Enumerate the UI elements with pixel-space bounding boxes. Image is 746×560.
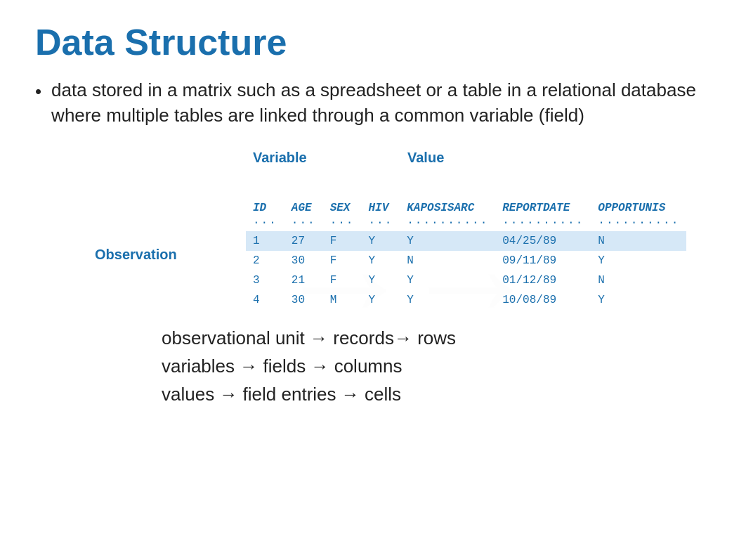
cell-hiv: Y	[361, 271, 400, 290]
cell-sex: F	[323, 231, 362, 251]
cell-kaposisarc: Y	[400, 271, 495, 290]
col-header-opportunis: OPPORTUNIS	[591, 199, 686, 214]
dots-age: ...	[284, 214, 323, 231]
bottom-line-2: values → field entries → cells	[162, 380, 711, 408]
cell-kaposisarc: N	[400, 251, 495, 271]
observation-label: Observation	[95, 247, 177, 263]
bullet-text: data stored in a matrix such as a spread…	[51, 77, 711, 129]
col-header-kaposisarc: KAPOSISARC	[400, 199, 495, 214]
cell-hiv: Y	[361, 251, 400, 271]
cell-opportunis: Y	[591, 251, 686, 271]
cell-age: 30	[284, 251, 323, 271]
table-row: 321FYY01/12/89N	[246, 271, 686, 290]
cell-kaposisarc: Y	[400, 290, 495, 310]
cell-hiv: Y	[361, 231, 400, 251]
table-row: 230FYN09/11/89Y	[246, 251, 686, 271]
cell-opportunis: Y	[591, 290, 686, 310]
cell-kaposisarc: Y	[400, 231, 495, 251]
bullet-dot: •	[35, 79, 41, 104]
cell-id: 2	[246, 251, 284, 271]
cell-id: 3	[246, 271, 284, 290]
table-row: 127FYY04/25/89N	[246, 231, 686, 251]
col-header-sex: SEX	[323, 199, 362, 214]
cell-reportdate: 01/12/89	[495, 271, 591, 290]
dots-id: ...	[246, 214, 284, 231]
dots-hiv: ...	[361, 214, 400, 231]
cell-age: 21	[284, 271, 323, 290]
label-value: Value	[407, 150, 444, 166]
page-title: Data Structure	[35, 21, 711, 63]
col-header-hiv: HIV	[361, 199, 400, 214]
cell-id: 4	[246, 290, 284, 310]
cell-opportunis: N	[591, 231, 686, 251]
cell-sex: F	[323, 271, 362, 290]
cell-reportdate: 04/25/89	[495, 231, 591, 251]
table-header-row: ID AGE SEX HIV KAPOSISARC REPORTDATE OPP…	[246, 199, 686, 214]
cell-reportdate: 10/08/89	[495, 290, 591, 310]
col-header-reportdate: REPORTDATE	[495, 199, 591, 214]
cell-sex: M	[323, 290, 362, 310]
dots-opportunis: ..........	[591, 214, 686, 231]
dots-kaposisarc: ..........	[400, 214, 495, 231]
col-header-age: AGE	[284, 199, 323, 214]
cell-reportdate: 09/11/89	[495, 251, 591, 271]
bullet-item: • data stored in a matrix such as a spre…	[35, 77, 711, 129]
label-variable: Variable	[253, 150, 307, 166]
cell-opportunis: N	[591, 271, 686, 290]
data-table: ID AGE SEX HIV KAPOSISARC REPORTDATE OPP…	[246, 199, 686, 310]
table-wrapper: Observation →→ ID AGE SEX HIV KAPOSISARC…	[35, 199, 711, 310]
dots-row: ... ... ... ... .......... .......... ..…	[246, 214, 686, 231]
cell-age: 30	[284, 290, 323, 310]
diagram-container: Variable Value Observation →→ ID AGE SEX…	[35, 150, 711, 310]
cell-age: 27	[284, 231, 323, 251]
dots-reportdate: ..........	[495, 214, 591, 231]
cell-id: 1	[246, 231, 284, 251]
cell-hiv: Y	[361, 290, 400, 310]
dots-sex: ...	[323, 214, 362, 231]
col-header-id: ID	[246, 199, 284, 214]
table-row: 430MYY10/08/89Y	[246, 290, 686, 310]
bullet-section: • data stored in a matrix such as a spre…	[35, 77, 711, 129]
cell-sex: F	[323, 251, 362, 271]
